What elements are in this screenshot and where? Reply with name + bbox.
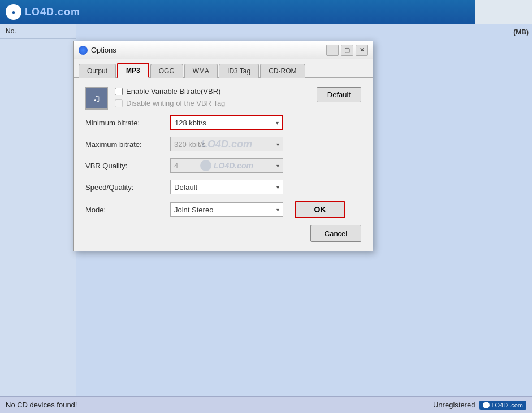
dialog-body: ♫ Enable Variable Bitrate(VBR) Disable w… xyxy=(74,78,373,251)
mode-label: Mode: xyxy=(85,206,170,214)
top-bar: ● LO4D.com xyxy=(0,0,532,24)
vbr-quality-control: 4 ▾ LO4D.com xyxy=(170,158,361,173)
minimize-button[interactable]: — xyxy=(326,45,339,56)
title-bar-controls: — ▢ ✕ xyxy=(326,45,368,56)
logo-circle-icon: ● xyxy=(6,4,21,20)
dialog-title-bar: Options — ▢ ✕ xyxy=(74,41,373,59)
vbr-options: Enable Variable Bitrate(VBR) Disable wri… xyxy=(115,87,310,107)
max-bitrate-arrow-icon: ▾ xyxy=(276,141,279,147)
mode-row: Mode: Joint Stereo ▾ Joint StereoStereoM… xyxy=(85,201,361,218)
speed-quality-row: Speed/Quality: Default ▾ DefaultFastStan… xyxy=(85,180,361,194)
vbr-quality-arrow-icon: ▾ xyxy=(276,163,279,169)
mode-control: Joint Stereo ▾ Joint StereoStereoMonoDua… xyxy=(170,201,361,218)
disable-vbr-tag-row: Disable writing of the VBR Tag xyxy=(115,99,310,107)
vbr-section: ♫ Enable Variable Bitrate(VBR) Disable w… xyxy=(85,87,361,110)
status-left: No CD devices found! xyxy=(6,401,77,409)
tab-id3tag[interactable]: ID3 Tag xyxy=(219,64,259,78)
tab-wma[interactable]: WMA xyxy=(184,64,218,78)
status-unregistered: Unregistered xyxy=(433,401,475,409)
top-bar-right xyxy=(475,0,532,24)
logo-area: ● LO4D.com xyxy=(6,4,80,20)
tab-output[interactable]: Output xyxy=(79,64,116,78)
min-bitrate-control: 128 kbit/s ▾ 32 kbit/s40 kbit/s48 kbit/s… xyxy=(170,115,361,130)
dialog-title: Options xyxy=(91,46,323,54)
max-bitrate-value: 320 kbit/s xyxy=(174,140,206,149)
badge-circle-icon xyxy=(483,402,490,408)
vbr-quality-label: VBR Quality: xyxy=(85,162,170,170)
max-bitrate-watermark: LO4D.com xyxy=(201,138,252,150)
speed-quality-label: Speed/Quality: xyxy=(85,183,170,192)
enable-vbr-label: Enable Variable Bitrate(VBR) xyxy=(126,87,220,95)
enable-vbr-checkbox[interactable] xyxy=(115,88,123,95)
maximize-button[interactable]: ▢ xyxy=(341,45,353,56)
max-bitrate-label: Maximum bitrate: xyxy=(85,140,170,149)
dialog-backdrop: Options — ▢ ✕ Output MP3 OGG WMA ID3 Tag… xyxy=(0,24,532,396)
tab-cdrom[interactable]: CD-ROM xyxy=(260,64,305,78)
vbr-quality-row: VBR Quality: 4 ▾ LO4D.com xyxy=(85,158,361,173)
badge-text: LO4D xyxy=(491,402,508,408)
vbr-quality-watermark: LO4D.com xyxy=(200,160,253,171)
enable-vbr-row: Enable Variable Bitrate(VBR) xyxy=(115,87,310,95)
vbr-quality-value: 4 xyxy=(174,162,178,170)
main-area: No. (MB) Options — ▢ ✕ Output MP3 OGG WM… xyxy=(0,24,532,396)
ok-button[interactable]: OK xyxy=(295,201,345,218)
tab-bar: Output MP3 OGG WMA ID3 Tag CD-ROM xyxy=(74,59,373,78)
badge-suffix: .com xyxy=(509,402,523,408)
vbr-quality-dropdown[interactable]: 4 ▾ LO4D.com xyxy=(170,158,283,173)
mode-dropdown[interactable]: Joint Stereo ▾ Joint StereoStereoMonoDua… xyxy=(170,202,283,217)
lo4d-badge: LO4D.com xyxy=(479,401,526,410)
min-bitrate-row: Minimum bitrate: 128 kbit/s ▾ 32 kbit/s4… xyxy=(85,115,361,130)
min-bitrate-dropdown[interactable]: 128 kbit/s ▾ 32 kbit/s40 kbit/s48 kbit/s… xyxy=(170,115,283,130)
options-dialog: Options — ▢ ✕ Output MP3 OGG WMA ID3 Tag… xyxy=(73,41,373,251)
tab-mp3[interactable]: MP3 xyxy=(117,63,149,78)
dialog-icon xyxy=(79,46,88,55)
logo-text: LO4D.com xyxy=(25,6,80,18)
speed-quality-control: Default ▾ DefaultFastStandardHigh Qualit… xyxy=(170,180,361,194)
disable-vbr-tag-label: Disable writing of the VBR Tag xyxy=(126,99,225,107)
close-button[interactable]: ✕ xyxy=(356,45,368,56)
speed-quality-dropdown[interactable]: Default ▾ DefaultFastStandardHigh Qualit… xyxy=(170,180,283,194)
music-icon: ♫ xyxy=(85,87,108,110)
status-right: Unregistered LO4D.com xyxy=(433,401,526,410)
default-button[interactable]: Default xyxy=(317,87,361,102)
cancel-button[interactable]: Cancel xyxy=(310,225,361,242)
min-bitrate-label: Minimum bitrate: xyxy=(85,119,170,127)
disable-vbr-tag-checkbox[interactable] xyxy=(115,99,123,107)
max-bitrate-dropdown[interactable]: 320 kbit/s ▾ LO4D.com xyxy=(170,137,283,151)
max-bitrate-row: Maximum bitrate: 320 kbit/s ▾ LO4D.com xyxy=(85,137,361,151)
tab-ogg[interactable]: OGG xyxy=(150,64,183,78)
status-bar: No CD devices found! Unregistered LO4D.c… xyxy=(0,396,532,413)
max-bitrate-control: 320 kbit/s ▾ LO4D.com xyxy=(170,137,361,151)
